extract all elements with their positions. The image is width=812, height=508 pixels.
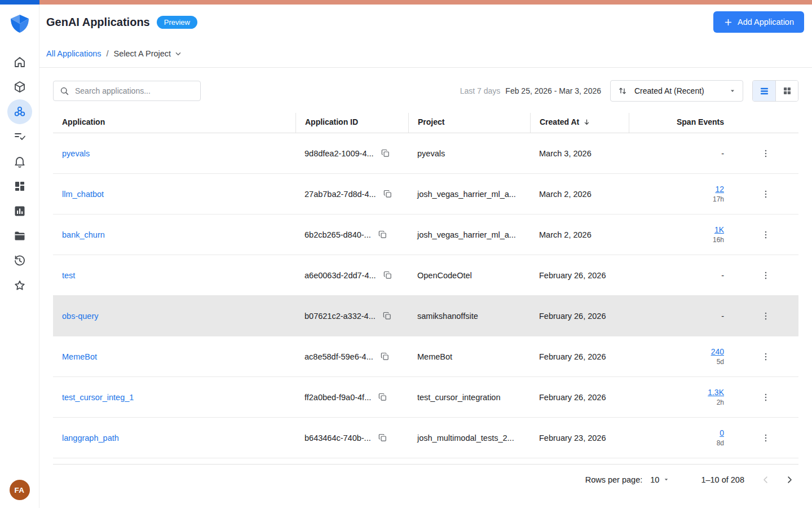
grid-view-button[interactable]	[775, 81, 798, 101]
environment-bar-accent	[0, 0, 39, 5]
row-menu-button[interactable]	[757, 307, 775, 325]
application-link[interactable]: bank_churn	[62, 230, 105, 239]
application-id: 27ab7ba2-7d8d-4...	[304, 190, 376, 199]
table-row[interactable]: langgraph_path b643464c-740b-... josh_mu…	[53, 418, 798, 458]
application-link[interactable]: test	[62, 271, 75, 280]
span-events-count: -	[721, 271, 724, 280]
span-events-age: 5d	[717, 358, 724, 366]
sidebar-item-dashboards[interactable]	[7, 174, 32, 199]
genai-apps-icon	[13, 105, 27, 119]
row-menu-button[interactable]	[757, 185, 775, 203]
breadcrumb-all-applications[interactable]: All Applications	[46, 49, 102, 58]
application-link[interactable]: pyevals	[62, 149, 90, 158]
list-view-button[interactable]	[753, 81, 775, 101]
bell-icon	[13, 155, 27, 168]
sidebar-item-home[interactable]	[7, 50, 32, 75]
sort-dropdown[interactable]: Created At (Recent)	[610, 80, 743, 102]
application-id: a6e0063d-2dd7-4...	[304, 271, 376, 280]
applications-table: Application Application ID Project Creat…	[53, 113, 798, 494]
application-link[interactable]: obs-query	[62, 312, 98, 321]
search-input[interactable]	[53, 81, 201, 101]
environment-bar-strip	[39, 0, 812, 5]
span-events-count[interactable]: 0	[720, 428, 724, 437]
copy-icon[interactable]	[378, 230, 387, 239]
previous-page-button[interactable]	[757, 471, 775, 489]
application-link[interactable]: test_cursor_integ_1	[62, 393, 134, 402]
application-id: ff2a0bed-f9a0-4f...	[304, 393, 371, 402]
pagination-bar: Rows per page: 10 1–10 of 208	[53, 464, 798, 494]
created-at: February 26, 2026	[530, 393, 629, 402]
span-events-count[interactable]: 1K	[714, 225, 724, 234]
row-menu-button[interactable]	[757, 266, 775, 284]
application-link[interactable]: langgraph_path	[62, 433, 119, 443]
sidebar-item-projects[interactable]	[7, 224, 32, 248]
copy-icon[interactable]	[380, 352, 390, 361]
sort-dropdown-value: Created At (Recent)	[634, 86, 722, 95]
created-at: March 2, 2026	[530, 190, 629, 199]
project-name: OpenCodeOtel	[408, 271, 530, 280]
fiddler-logo[interactable]	[10, 14, 30, 34]
span-events-age: 16h	[713, 236, 724, 244]
chevron-left-icon	[761, 475, 771, 485]
table-row[interactable]: MemeBot ac8e58df-59e6-4... MemeBot Febru…	[53, 336, 798, 377]
copy-icon[interactable]	[383, 189, 392, 199]
folder-icon	[13, 229, 27, 243]
table-spacer	[53, 458, 798, 464]
column-header-application-id: Application ID	[295, 113, 408, 133]
kebab-icon	[761, 270, 771, 281]
sidebar-item-alerts[interactable]	[7, 149, 32, 174]
application-id: b643464c-740b-...	[304, 433, 371, 443]
created-at: February 26, 2026	[530, 271, 629, 280]
breadcrumb: All Applications / Select A Project	[39, 40, 812, 68]
span-events-count[interactable]: 240	[711, 347, 724, 356]
application-link[interactable]: llm_chatbot	[62, 190, 104, 199]
span-events-count: -	[721, 312, 724, 321]
project-name: josh_multimodal_tests_2...	[408, 433, 530, 443]
copy-icon[interactable]	[378, 433, 387, 443]
column-header-span-events: Span Events	[629, 113, 733, 133]
table-row[interactable]: bank_churn 6b2cb265-d840-... josh_vegas_…	[53, 214, 798, 255]
table-header: Application Application ID Project Creat…	[53, 113, 798, 133]
application-link[interactable]: MemeBot	[62, 352, 97, 361]
span-events-count[interactable]: 1.3K	[708, 388, 724, 397]
sidebar-item-models[interactable]	[7, 75, 32, 99]
table-row[interactable]: obs-query b07621c2-a332-4... samikshanof…	[53, 296, 798, 336]
dashboard-icon	[13, 179, 27, 193]
next-page-button[interactable]	[780, 471, 798, 489]
project-name: samikshanoffsite	[408, 312, 530, 321]
span-events-count[interactable]: 12	[715, 185, 724, 194]
table-row[interactable]: test_cursor_integ_1 ff2a0bed-f9a0-4f... …	[53, 377, 798, 418]
row-menu-button[interactable]	[757, 429, 775, 447]
environment-bar	[0, 0, 812, 5]
user-avatar[interactable]: FA	[10, 480, 30, 500]
table-row[interactable]: pyevals 9d8dfea2-1009-4... pyevals March…	[53, 133, 798, 174]
copy-icon[interactable]	[378, 392, 387, 402]
row-menu-button[interactable]	[757, 348, 775, 366]
chevron-down-icon	[174, 49, 183, 58]
column-header-created-at[interactable]: Created At	[530, 113, 629, 133]
table-row[interactable]: test a6e0063d-2dd7-4... OpenCodeOtel Feb…	[53, 255, 798, 296]
sidebar-item-charts[interactable]	[7, 199, 32, 224]
copy-icon[interactable]	[381, 148, 390, 158]
sidebar-item-evaluations[interactable]	[7, 124, 32, 149]
sort-icon	[617, 86, 628, 96]
rows-per-page-select[interactable]: 10	[650, 475, 669, 484]
plus-icon	[723, 17, 733, 27]
project-selector[interactable]: Select A Project	[114, 49, 183, 58]
created-at: March 3, 2026	[530, 149, 629, 158]
row-menu-button[interactable]	[757, 226, 775, 244]
page-title: GenAI Applications	[46, 16, 150, 29]
copy-icon[interactable]	[383, 270, 392, 280]
sidebar-item-genai-applications[interactable]	[7, 99, 32, 124]
table-row[interactable]: llm_chatbot 27ab7ba2-7d8d-4... josh_vega…	[53, 174, 798, 214]
chevron-right-icon	[784, 475, 795, 485]
application-id: 6b2cb265-d840-...	[304, 230, 371, 239]
row-menu-button[interactable]	[757, 388, 775, 406]
sidebar-item-history[interactable]	[7, 248, 32, 273]
row-menu-button[interactable]	[757, 144, 775, 163]
copy-icon[interactable]	[382, 311, 392, 321]
span-events-age: 17h	[713, 195, 724, 203]
add-application-button[interactable]: Add Application	[713, 11, 804, 33]
table-body: pyevals 9d8dfea2-1009-4... pyevals March…	[53, 133, 798, 458]
sidebar-item-favorites[interactable]	[7, 273, 32, 298]
